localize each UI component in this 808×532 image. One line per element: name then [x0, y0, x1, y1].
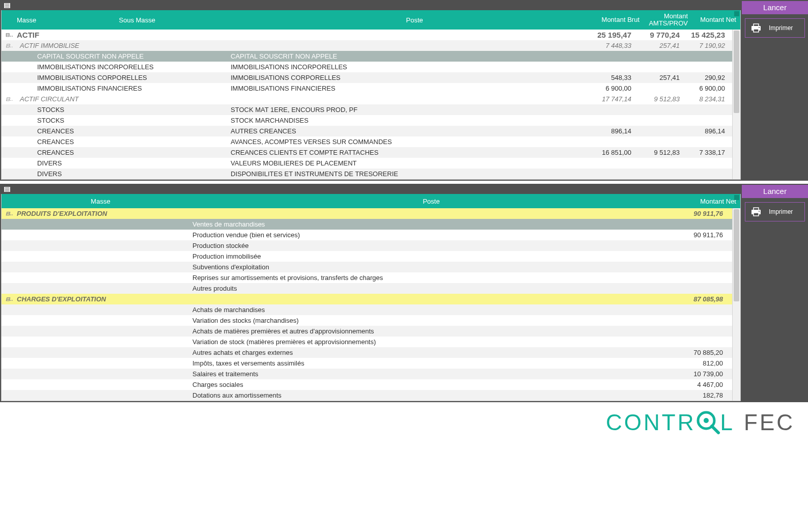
printer-icon: [750, 207, 762, 217]
table-row[interactable]: IMMOBILISATIONS CORPORELLESIMMOBILISATIO…: [2, 72, 732, 83]
print-button[interactable]: Imprimer: [745, 202, 805, 221]
table1-body: ⊟ACTIF25 195,479 770,2415 425,23⊟ACTIF I…: [2, 30, 732, 179]
table-row[interactable]: Salaires et traitements10 739,00: [2, 369, 732, 379]
montant-amts: [635, 55, 684, 57]
montant-net: 10 739,00: [666, 369, 732, 379]
montant-net: [684, 162, 732, 164]
collapse-toggle[interactable]: ⊟: [2, 42, 13, 49]
table-row[interactable]: Achats de matières premières et autres d…: [2, 326, 732, 337]
montant-brut: 6 900,00: [587, 83, 635, 93]
vertical-scrollbar[interactable]: [732, 30, 740, 179]
table-row[interactable]: CREANCESCREANCES CLIENTS ET COMPTE RATTA…: [2, 147, 732, 158]
collapse-toggle[interactable]: ⊟: [2, 210, 13, 217]
print-button[interactable]: Imprimer: [745, 18, 805, 38]
table-row[interactable]: Variation de stock (matières premières e…: [2, 337, 732, 347]
svg-line-20: [712, 426, 718, 433]
table-row[interactable]: Achats de marchandises: [2, 304, 732, 315]
table-row[interactable]: STOCKSSTOCK MAT 1ERE, ENCOURS PROD, PF: [2, 104, 732, 115]
montant-amts: [635, 162, 684, 164]
sous-masse-cell: IMMOBILISATIONS FINANCIERES: [33, 83, 227, 93]
montant-net: [666, 223, 732, 225]
pin-icon[interactable]: [734, 11, 739, 16]
table-row[interactable]: Subventions d'exploitation: [2, 262, 732, 272]
side-title: Lancer: [742, 185, 808, 198]
montant-amts: [635, 173, 684, 175]
table-row[interactable]: ⊟PRODUITS D'EXPLOITATION90 911,76: [2, 208, 732, 219]
table-row[interactable]: Reprises sur amortissements et provision…: [2, 272, 732, 283]
magnifier-o-icon: [695, 409, 721, 436]
table-row[interactable]: Variation des stocks (marchandises): [2, 315, 732, 326]
table-row[interactable]: Production vendue (bien et services)90 9…: [2, 230, 732, 240]
logo-part-2: L: [720, 410, 735, 435]
col-masse[interactable]: Masse: [13, 195, 188, 207]
list-icon[interactable]: [4, 187, 10, 192]
collapse-toggle[interactable]: ⊟: [2, 31, 13, 39]
table-row[interactable]: Ventes de marchandises: [2, 219, 732, 230]
table-row[interactable]: DIVERSVALEURS MOBILIERES DE PLACEMENT: [2, 158, 732, 169]
table-row[interactable]: CAPITAL SOUSCRIT NON APPELECAPITAL SOUSC…: [2, 51, 732, 62]
col-montant-brut[interactable]: Montant Brut: [595, 14, 644, 25]
montant-brut: 896,14: [587, 126, 635, 136]
poste-cell: CAPITAL SOUSCRIT NON APPELE: [227, 51, 587, 61]
vertical-scrollbar[interactable]: [732, 208, 740, 401]
table-row[interactable]: ⊟CHARGES D'EXPLOITATION87 085,98: [2, 294, 732, 304]
table-row[interactable]: ⊟ACTIF25 195,479 770,2415 425,23: [2, 30, 732, 40]
montant-net: 812,00: [666, 358, 732, 368]
montant-net: 7 190,92: [684, 41, 732, 50]
table-row[interactable]: Autres achats et charges externes70 885,…: [2, 347, 732, 358]
montant-net: 182,78: [666, 390, 732, 400]
montant-amts: [635, 141, 684, 143]
poste-cell: Achats de matières premières et autres d…: [188, 326, 666, 336]
side-title: Lancer: [742, 1, 808, 14]
poste-cell: Production stockée: [188, 241, 666, 250]
table2-header: Masse Poste Montant Net: [2, 194, 740, 208]
montant-net: 8 234,31: [684, 94, 732, 104]
table-row[interactable]: Dotations aux amortissements182,78: [2, 390, 732, 401]
collapse-toggle[interactable]: ⊟: [2, 295, 13, 303]
montant-amts: 9 512,83: [635, 94, 684, 104]
table-row[interactable]: CREANCESAUTRES CREANCES896,14896,14: [2, 126, 732, 136]
col-montant-amts[interactable]: Montant AMTS/PROV: [644, 11, 692, 30]
table-row[interactable]: CREANCESAVANCES, ACOMPTES VERSES SUR COM…: [2, 136, 732, 147]
montant-net: [666, 244, 732, 246]
montant-brut: [587, 55, 635, 57]
montant-brut: 7 448,33: [587, 41, 635, 50]
col-montant-net[interactable]: Montant Net: [674, 195, 740, 207]
list-icon[interactable]: [4, 3, 10, 8]
col-masse[interactable]: Masse: [13, 14, 40, 26]
col-poste[interactable]: Poste: [234, 14, 595, 26]
table-row[interactable]: Production immobilisée: [2, 251, 732, 262]
table-row[interactable]: Impôts, taxes et versements assimilés812…: [2, 358, 732, 369]
poste-cell: Variation de stock (matières premières e…: [188, 337, 666, 347]
table-row[interactable]: IMMOBILISATIONS FINANCIERESIMMOBILISATIO…: [2, 83, 732, 94]
poste-cell: Autres produits: [188, 284, 666, 293]
table-row[interactable]: Charges sociales4 467,00: [2, 379, 732, 390]
table-row[interactable]: Production stockée: [2, 240, 732, 251]
poste-cell: VALEURS MOBILIERES DE PLACEMENT: [227, 158, 587, 168]
masse-label: PRODUITS D'EXPLOITATION: [13, 209, 666, 218]
montant-net: [666, 287, 732, 289]
montant-net: [666, 341, 732, 343]
table-row[interactable]: ⊟ACTIF IMMOBILISE7 448,33257,417 190,92: [2, 40, 732, 51]
poste-cell: Reprises sur amortissements et provision…: [188, 273, 666, 283]
col-sous-masse[interactable]: Sous Masse: [40, 14, 234, 26]
montant-amts: [635, 66, 684, 68]
montant-amts: [635, 130, 684, 132]
montant-net: [684, 119, 732, 121]
montant-amts: [635, 119, 684, 121]
table-row[interactable]: ⊟ACTIF CIRCULANT17 747,149 512,838 234,3…: [2, 94, 732, 104]
montant-brut: [587, 162, 635, 164]
montant-net: [666, 266, 732, 268]
col-poste[interactable]: Poste: [188, 195, 674, 207]
pin-icon[interactable]: [734, 195, 739, 200]
montant-net: [684, 141, 732, 143]
table-row[interactable]: IMMOBILISATIONS INCORPORELLESIMMOBILISAT…: [2, 62, 732, 72]
poste-cell: AVANCES, ACOMPTES VERSES SUR COMMANDES: [227, 137, 587, 147]
table-row[interactable]: Autres produits: [2, 283, 732, 294]
poste-cell: STOCK MAT 1ERE, ENCOURS PROD, PF: [227, 105, 587, 115]
montant-net: 15 425,23: [684, 30, 732, 40]
table-row[interactable]: STOCKSSTOCK MARCHANDISES: [2, 115, 732, 126]
col-montant-net[interactable]: Montant Net: [692, 14, 740, 25]
collapse-toggle[interactable]: ⊟: [2, 95, 13, 103]
table-row[interactable]: DIVERSDISPONIBILITES ET INSTRUMENTS DE T…: [2, 169, 732, 179]
